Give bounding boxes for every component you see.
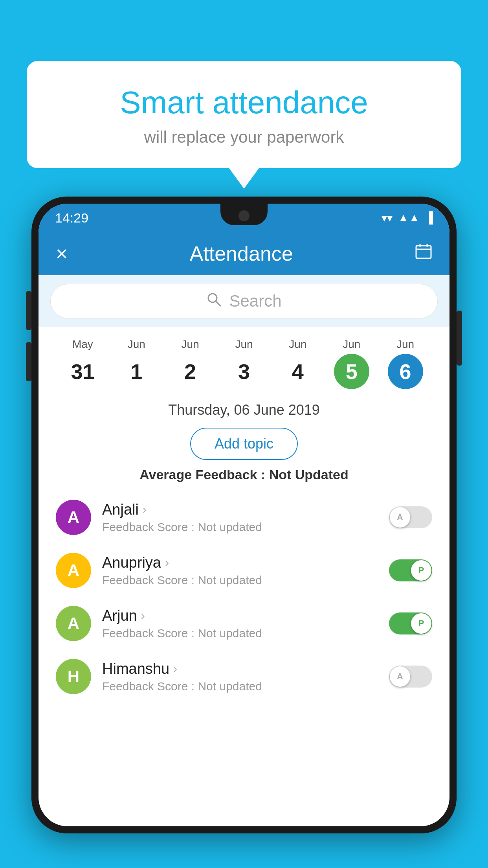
cal-month-label: Jun bbox=[163, 338, 217, 351]
phone-screen: 14:29 ▾▾ ▲▲ ▐ × Attendance bbox=[39, 204, 449, 826]
svg-rect-0 bbox=[416, 246, 431, 258]
attendance-toggle[interactable]: A bbox=[389, 666, 432, 688]
toggle-knob: A bbox=[390, 666, 410, 687]
cal-date-number: 2 bbox=[172, 354, 208, 389]
calendar-icon[interactable] bbox=[415, 243, 432, 264]
student-feedback: Feedback Score : Not updated bbox=[102, 680, 389, 693]
toggle-knob: A bbox=[390, 507, 410, 528]
app-header: × Attendance bbox=[39, 232, 449, 275]
add-topic-button[interactable]: Add topic bbox=[190, 428, 298, 460]
calendar-day[interactable]: Jun5 bbox=[325, 338, 378, 389]
toggle-container[interactable]: A bbox=[389, 666, 432, 688]
student-info: Arjun ›Feedback Score : Not updated bbox=[102, 607, 389, 640]
speech-bubble: Smart attendance will replace your paper… bbox=[27, 61, 461, 168]
search-placeholder: Search bbox=[229, 292, 281, 311]
calendar-day[interactable]: Jun6 bbox=[378, 338, 432, 389]
student-item[interactable]: AArjun ›Feedback Score : Not updatedP bbox=[50, 597, 438, 650]
student-name: Anupriya › bbox=[102, 554, 389, 571]
toggle-container[interactable]: P bbox=[389, 559, 432, 581]
chevron-right-icon: › bbox=[143, 503, 147, 516]
attendance-toggle[interactable]: A bbox=[389, 506, 432, 528]
student-item[interactable]: AAnupriya ›Feedback Score : Not updatedP bbox=[50, 544, 438, 597]
student-feedback: Feedback Score : Not updated bbox=[102, 520, 389, 534]
toggle-knob: P bbox=[411, 613, 431, 634]
phone-camera bbox=[238, 210, 250, 221]
student-info: Himanshu ›Feedback Score : Not updated bbox=[102, 660, 389, 693]
cal-date-number: 6 bbox=[388, 354, 423, 389]
toggle-container[interactable]: A bbox=[389, 506, 432, 528]
phone-container: 14:29 ▾▾ ▲▲ ▐ × Attendance bbox=[31, 197, 457, 868]
volume-up-button[interactable] bbox=[26, 291, 31, 330]
student-item[interactable]: AAnjali ›Feedback Score : Not updatedA bbox=[50, 491, 438, 544]
cal-month-label: Jun bbox=[110, 338, 163, 351]
selected-date: Thursday, 06 June 2019 bbox=[39, 393, 449, 424]
status-icons: ▾▾ ▲▲ ▐ bbox=[382, 211, 433, 224]
search-icon bbox=[206, 292, 222, 311]
volume-down-button[interactable] bbox=[26, 342, 31, 381]
calendar-day[interactable]: Jun1 bbox=[110, 338, 163, 389]
student-avatar: A bbox=[56, 500, 91, 535]
student-name: Himanshu › bbox=[102, 660, 389, 677]
student-info: Anupriya ›Feedback Score : Not updated bbox=[102, 554, 389, 587]
toggle-container[interactable]: P bbox=[389, 612, 432, 634]
cal-month-label: Jun bbox=[271, 338, 325, 351]
status-time: 14:29 bbox=[55, 210, 88, 226]
search-container: Search bbox=[39, 275, 449, 327]
cal-month-label: Jun bbox=[217, 338, 271, 351]
student-info: Anjali ›Feedback Score : Not updated bbox=[102, 501, 389, 534]
cal-date-number: 4 bbox=[280, 354, 316, 389]
student-avatar: A bbox=[56, 553, 91, 588]
wifi-icon: ▾▾ bbox=[382, 211, 393, 224]
cal-date-number: 1 bbox=[119, 354, 154, 389]
attendance-toggle[interactable]: P bbox=[389, 559, 432, 581]
cal-month-label: May bbox=[56, 338, 110, 351]
bubble-subtitle: will replace your paperwork bbox=[50, 128, 438, 147]
calendar-day[interactable]: Jun2 bbox=[163, 338, 217, 389]
calendar-day[interactable]: Jun4 bbox=[271, 338, 325, 389]
power-button[interactable] bbox=[457, 311, 462, 366]
toggle-knob: P bbox=[411, 560, 431, 581]
student-list: AAnjali ›Feedback Score : Not updatedAAA… bbox=[39, 491, 449, 703]
student-avatar: H bbox=[56, 659, 91, 694]
student-feedback: Feedback Score : Not updated bbox=[102, 574, 389, 587]
speech-bubble-container: Smart attendance will replace your paper… bbox=[27, 61, 461, 168]
student-item[interactable]: HHimanshu ›Feedback Score : Not updatedA bbox=[50, 650, 438, 703]
cal-date-number: 31 bbox=[65, 354, 100, 389]
cal-month-label: Jun bbox=[325, 338, 378, 351]
close-button[interactable]: × bbox=[56, 242, 68, 265]
average-feedback: Average Feedback : Not Updated bbox=[39, 467, 449, 491]
calendar-day[interactable]: Jun3 bbox=[217, 338, 271, 389]
svg-line-5 bbox=[216, 301, 220, 306]
student-name: Anjali › bbox=[102, 501, 389, 518]
attendance-toggle[interactable]: P bbox=[389, 612, 432, 634]
student-name: Arjun › bbox=[102, 607, 389, 624]
student-avatar: A bbox=[56, 606, 91, 641]
chevron-right-icon: › bbox=[141, 609, 145, 622]
cal-date-number: 5 bbox=[334, 354, 369, 389]
battery-icon: ▐ bbox=[425, 211, 433, 224]
cal-date-number: 3 bbox=[226, 354, 262, 389]
student-feedback: Feedback Score : Not updated bbox=[102, 627, 389, 640]
calendar-row: May31Jun1Jun2Jun3Jun4Jun5Jun6 bbox=[39, 327, 449, 393]
bubble-title: Smart attendance bbox=[50, 85, 438, 121]
add-topic-container: Add topic bbox=[39, 424, 449, 467]
calendar-day[interactable]: May31 bbox=[56, 338, 110, 389]
chevron-right-icon: › bbox=[173, 662, 177, 675]
search-bar[interactable]: Search bbox=[50, 284, 438, 318]
phone-frame: 14:29 ▾▾ ▲▲ ▐ × Attendance bbox=[31, 197, 457, 833]
header-title: Attendance bbox=[190, 242, 293, 265]
cal-month-label: Jun bbox=[378, 338, 432, 351]
signal-icon: ▲▲ bbox=[398, 211, 420, 224]
chevron-right-icon: › bbox=[165, 556, 169, 569]
